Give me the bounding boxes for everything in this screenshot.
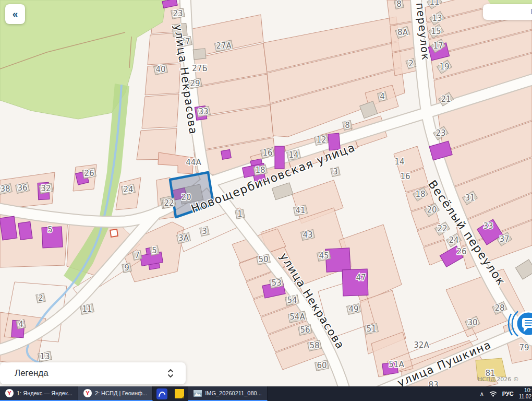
house-number-label: 3А <box>178 233 189 243</box>
house-number-label: 79 <box>519 343 529 352</box>
chat-bubble-icon <box>509 306 532 343</box>
chat-button[interactable] <box>509 306 532 343</box>
house-number-label: 14 <box>288 150 298 160</box>
house-number-label: 58 <box>309 341 319 350</box>
house-number-label: 17 <box>433 41 443 51</box>
house-number-label: 5 <box>47 225 53 234</box>
house-number-label: 4 <box>18 320 23 329</box>
map-canvas[interactable]: 232727А27Б29334044А242220263836325211134… <box>0 0 532 386</box>
house-number-label: 7 <box>135 251 140 260</box>
yandex-browser-icon: Y <box>5 389 14 397</box>
taskbar-app-yandex-2-nspd[interactable]: Y 2: НСПД | Геоинф... <box>78 386 153 401</box>
legend-panel: Легенда <box>0 362 186 384</box>
taskbar-blue-app-button[interactable] <box>153 386 171 401</box>
taskbar-app-yandex-1[interactable]: Y 1: Яндекс — Яндек... <box>0 386 78 401</box>
house-number-label: 51 <box>366 324 376 334</box>
house-number-label: 2 <box>38 293 43 303</box>
map-attribution: НСПД 2026 © <box>478 376 519 383</box>
clock-time: 10: <box>524 387 531 394</box>
double-chevron-left-icon: « <box>13 8 18 20</box>
clock[interactable]: 10: 11.02 <box>519 387 532 400</box>
house-number-label: 14 <box>394 157 404 167</box>
house-number-label: 11 <box>82 304 92 314</box>
house-number-label: 21 <box>441 95 451 104</box>
house-number-label: 9 <box>124 263 129 273</box>
taskbar-app-label: 2: НСПД | Геоинф... <box>95 390 147 396</box>
collapse-panel-button[interactable]: « <box>5 4 25 24</box>
house-number-label: 24 <box>123 185 133 194</box>
taskbar-app-label: 1: Яндекс — Яндек... <box>17 390 72 396</box>
house-number-label: 32 <box>41 184 51 193</box>
up-down-chevron-icon <box>167 368 174 379</box>
top-right-panel[interactable]: Вс <box>483 4 532 20</box>
house-number-label: 11 <box>429 0 439 7</box>
house-number-label: 22 <box>164 198 174 208</box>
house-number-label: 23 <box>436 128 445 138</box>
house-number-label: 2 <box>408 59 414 68</box>
photo-icon <box>194 390 202 397</box>
house-number-label: 53 <box>271 278 281 288</box>
house-number-label: 8 <box>396 0 402 9</box>
house-number-label: 12 <box>316 135 326 145</box>
taskbar-app-label: IMG_20260211_080... <box>205 390 262 396</box>
legend-expand-toggle[interactable] <box>167 368 174 379</box>
house-number-label: 40 <box>155 65 165 74</box>
house-number-label: 26 <box>456 247 466 256</box>
screen: 232727А27Б29334044А242220263836325211134… <box>0 0 532 401</box>
house-number-label: 36 <box>17 183 27 193</box>
house-number-label: 41 <box>295 206 305 215</box>
house-number-label: 19 <box>439 62 449 72</box>
blue-app-icon <box>156 388 167 399</box>
house-number-label: 24 <box>449 235 458 245</box>
house-number-label: 38 <box>0 184 10 194</box>
show-hidden-icons-button[interactable]: ∧ <box>480 391 484 397</box>
house-number-label: 33 <box>198 107 208 116</box>
house-number-label: 8 <box>345 121 350 130</box>
house-number-label: 20 <box>181 193 191 202</box>
wifi-icon[interactable] <box>489 391 497 397</box>
house-number-label: 56 <box>300 325 310 335</box>
house-number-label: 54А <box>289 312 305 322</box>
house-number-label: 18 <box>415 190 425 199</box>
house-number-label: 50 <box>258 255 268 264</box>
house-number-label: 32А <box>414 340 429 350</box>
clock-date: 11.02 <box>519 394 531 400</box>
house-number-label: 18 <box>255 166 265 175</box>
house-number-label: 43 <box>303 230 312 240</box>
house-number-label: 60 <box>317 361 327 370</box>
house-number-label: 13 <box>432 14 442 23</box>
house-number-label: 13 <box>40 352 50 361</box>
system-tray: ∧ РУС 10: 11.02 <box>480 386 532 401</box>
legend-title: Легенда <box>15 368 49 379</box>
taskbar: Y 1: Яндекс — Яндек... Y 2: НСПД | Геоин… <box>0 386 532 401</box>
cadastral-map[interactable]: 232727А27Б29334044А242220263836325211134… <box>0 0 532 386</box>
house-number-label: 26 <box>84 169 94 178</box>
house-number-label: 3 <box>333 167 338 176</box>
language-indicator[interactable]: РУС <box>502 391 514 397</box>
house-number-label: 44А <box>186 158 201 167</box>
house-number-label: 33 <box>483 221 493 231</box>
house-number-label: 31 <box>465 193 475 203</box>
house-number-label: 5 <box>152 246 157 255</box>
house-number-label: 8А <box>397 28 408 37</box>
house-number-label: 54 <box>287 296 297 305</box>
house-number-label: 1 <box>237 209 243 219</box>
house-number-label: 15 <box>431 27 441 36</box>
house-number-label: 16 <box>262 148 272 158</box>
house-number-label: 27А <box>216 41 232 51</box>
house-number-label: 83 <box>428 380 438 386</box>
taskbar-app-image-viewer[interactable]: IMG_20260211_080... <box>188 386 268 401</box>
house-number-label: 30 <box>467 318 477 327</box>
yandex-browser-icon: Y <box>83 389 92 397</box>
house-number-label: 22 <box>437 224 447 233</box>
house-number-label: 49 <box>348 304 358 314</box>
house-number-label: 16 <box>400 172 410 181</box>
house-number-label: 4 <box>380 92 385 101</box>
house-number-label: 37 <box>499 234 509 244</box>
house-number-label: 28 <box>494 303 504 313</box>
sticky-note-icon <box>175 389 184 398</box>
taskbar-sticky-note-button[interactable] <box>171 386 188 401</box>
house-number-label: 51А <box>389 360 404 369</box>
house-number-label: 47 <box>356 273 366 282</box>
house-number-label: 27Б <box>192 64 207 73</box>
